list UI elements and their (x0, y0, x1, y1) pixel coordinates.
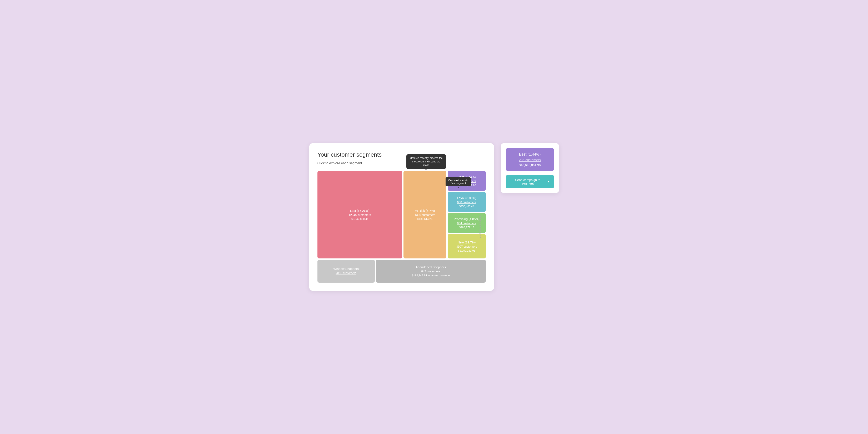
segment-new-title: New (19.7%) (458, 241, 476, 244)
tooltip-view-customers: View customers inBest segment (445, 177, 471, 186)
segment-loyal-title: Loyal (3.06%) (457, 196, 476, 200)
treemap-wrapper: Ordered recently, ordered the most often… (317, 171, 486, 283)
segment-window[interactable]: Window Shoppers 7858 customers (317, 260, 375, 283)
segment-promising-title: Promising (4.05%) (454, 217, 479, 221)
treemap: Lost (65.26%) 12945 customers $6,042,860… (317, 171, 486, 283)
segment-window-customers[interactable]: 7858 customers (336, 271, 356, 275)
segment-loyal[interactable]: Loyal (3.06%) 608 customers $456,465.44 (447, 192, 486, 212)
page-wrapper: Your customer segments Click to explore … (309, 143, 559, 291)
segment-at-risk-customers[interactable]: 1330 customers (414, 213, 435, 217)
segment-loyal-customers[interactable]: 608 customers (457, 200, 476, 204)
segment-at-risk-title: At Risk (6.7%) (415, 209, 435, 212)
segment-at-risk[interactable]: At Risk (6.7%) 1330 customers $430,614.2… (403, 171, 446, 258)
segment-window-title: Window Shoppers (333, 267, 359, 271)
segment-lost-customers[interactable]: 12945 customers (348, 213, 371, 217)
chevron-down-icon: ▼ (548, 180, 550, 183)
segment-new-customers[interactable]: 3907 customers (456, 245, 477, 248)
right-column: View customers inBest segment Best (1.44… (447, 171, 486, 258)
page-subtitle: Click to explore each segment. (317, 161, 486, 165)
side-panel: Best (1.44%) 286 customers $18,648,861.9… (501, 143, 559, 193)
segment-loyal-revenue: $456,465.44 (459, 205, 474, 208)
segment-promising-customers[interactable]: 804 customers (457, 222, 476, 225)
treemap-top: Lost (65.26%) 12945 customers $6,042,860… (317, 171, 486, 258)
segment-lost-revenue: $6,042,860.41 (351, 217, 368, 221)
side-segment-header: Best (1.44%) 286 customers $18,648,861.9… (506, 148, 554, 171)
segment-at-risk-revenue: $430,614.26 (417, 217, 432, 221)
segment-promising-revenue: $288,272.13 (459, 226, 474, 229)
segment-abandoned-customers[interactable]: 847 customers (421, 270, 440, 273)
segment-lost[interactable]: Lost (65.26%) 12945 customers $6,042,860… (317, 171, 402, 258)
segment-lost-title: Lost (65.26%) (350, 209, 369, 212)
page-title: Your customer segments (317, 151, 486, 158)
segment-abandoned[interactable]: Abandoned Shoppers 847 customers $186,34… (376, 260, 486, 283)
segment-abandoned-title: Abandoned Shoppers (416, 265, 446, 269)
send-campaign-label: Send campaign to segment (510, 178, 546, 185)
main-card: Your customer segments Click to explore … (309, 143, 494, 291)
segment-best[interactable]: View customers inBest segment Best (1.44… (447, 171, 486, 191)
segment-new-revenue: $1,080,281.91 (458, 249, 475, 252)
side-seg-title: Best (1.44%) (510, 152, 550, 157)
treemap-bottom: Window Shoppers 7858 customers Abandoned… (317, 260, 486, 283)
side-seg-customers[interactable]: 286 customers (510, 158, 550, 162)
side-seg-revenue: $18,648,861.96 (510, 163, 550, 167)
tooltip-ordered: Ordered recently, ordered the most often… (406, 154, 446, 169)
send-campaign-button[interactable]: Send campaign to segment ▼ (506, 175, 554, 188)
axis-label: Spend & Frequency (479, 216, 482, 238)
segment-abandoned-revenue: $186,349.94 in missed revenue (412, 274, 450, 277)
